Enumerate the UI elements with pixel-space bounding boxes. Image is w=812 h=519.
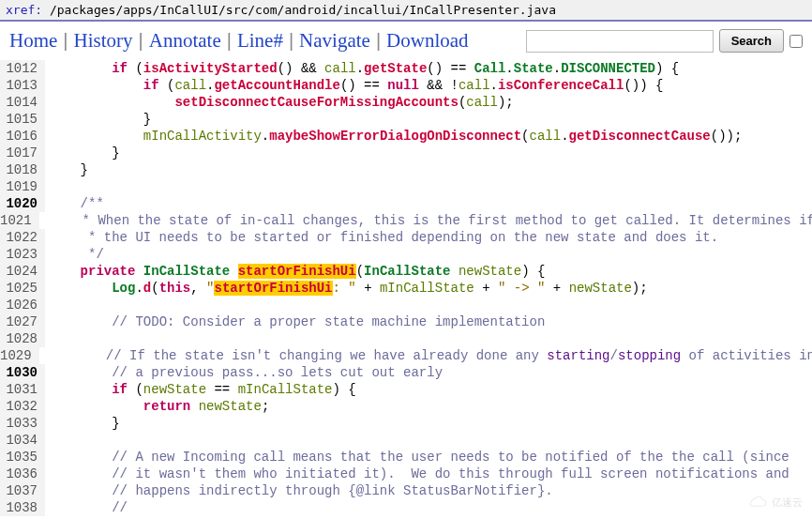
code-line: 1034 bbox=[0, 432, 812, 449]
line-number[interactable]: 1022 bbox=[0, 229, 45, 246]
line-number[interactable]: 1014 bbox=[0, 94, 45, 111]
code-line: 1023 */ bbox=[0, 246, 812, 263]
toolbar-nav: Home | History | Annotate | Line# | Navi… bbox=[9, 29, 469, 53]
code-content: mInCallActivity.maybeShowErrorDialogOnDi… bbox=[45, 128, 812, 145]
line-number[interactable]: 1032 bbox=[0, 398, 45, 415]
line-number[interactable]: 1017 bbox=[0, 145, 45, 161]
separator: | bbox=[227, 30, 232, 52]
code-line: 1028 bbox=[0, 330, 812, 347]
line-number[interactable]: 1036 bbox=[0, 466, 45, 482]
line-number[interactable]: 1020 bbox=[0, 195, 45, 212]
line-number[interactable]: 1012 bbox=[0, 60, 45, 77]
separator: | bbox=[139, 30, 143, 52]
code-line: 1026 bbox=[0, 297, 812, 313]
line-number[interactable]: 1019 bbox=[0, 178, 45, 195]
code-line: 1029 // If the state isn't changing we h… bbox=[0, 347, 812, 364]
annotate-link[interactable]: Annotate bbox=[149, 29, 221, 53]
code-content bbox=[45, 432, 812, 449]
code-content: // happens indirectly through {@link Sta… bbox=[45, 482, 812, 499]
file-path-header: xref: /packages/apps/InCallUI/src/com/an… bbox=[0, 0, 812, 22]
line-number[interactable]: 1015 bbox=[0, 111, 45, 128]
code-line: 1027 // TODO: Consider a proper state ma… bbox=[0, 313, 812, 330]
code-content: // TODO: Consider a proper state machine… bbox=[45, 313, 812, 330]
code-line: 1032 return newState; bbox=[0, 398, 812, 415]
code-line: 1025 Log.d(this, "startOrFinishUi: " + m… bbox=[0, 280, 812, 297]
line-number[interactable]: 1025 bbox=[0, 280, 45, 297]
code-content: return newState; bbox=[45, 398, 812, 415]
line-number[interactable]: 1021 bbox=[0, 212, 39, 229]
code-content: if (call.getAccountHandle() == null && !… bbox=[45, 77, 812, 94]
line-number[interactable]: 1024 bbox=[0, 263, 45, 280]
navigate-link[interactable]: Navigate bbox=[299, 29, 370, 53]
code-line: 1020 /** bbox=[0, 195, 812, 212]
code-content: // If the state isn't changing we have a… bbox=[39, 347, 812, 364]
search-input[interactable] bbox=[526, 30, 714, 53]
code-content: // a previous pass...so lets cut out ear… bbox=[45, 364, 812, 381]
code-line: 1035 // A new Incoming call means that t… bbox=[0, 449, 812, 466]
code-line: 1016 mInCallActivity.maybeShowErrorDialo… bbox=[0, 128, 812, 145]
line-number[interactable]: 1038 bbox=[0, 499, 45, 516]
separator: | bbox=[63, 30, 68, 52]
code-line: 1012 if (isActivityStarted() && call.get… bbox=[0, 60, 812, 77]
line-number[interactable]: 1028 bbox=[0, 330, 45, 347]
line-number[interactable]: 1016 bbox=[0, 128, 45, 145]
code-content bbox=[45, 297, 812, 313]
search-button[interactable]: Search bbox=[719, 29, 784, 53]
code-content: /** bbox=[45, 195, 812, 212]
code-content: // A new Incoming call means that the us… bbox=[45, 449, 812, 466]
code-content bbox=[45, 330, 812, 347]
code-line: 1031 if (newState == mInCallState) { bbox=[0, 381, 812, 398]
code-line: 1015 } bbox=[0, 111, 812, 128]
xref-label: xref: bbox=[6, 3, 42, 17]
home-link[interactable]: Home bbox=[9, 29, 57, 53]
code-content: * When the state of in-call changes, thi… bbox=[39, 212, 812, 229]
line-number[interactable]: 1035 bbox=[0, 449, 45, 466]
history-link[interactable]: History bbox=[74, 29, 133, 53]
code-line: 1036 // it wasn't them who initiated it)… bbox=[0, 466, 812, 482]
watermark: 亿速云 bbox=[747, 496, 803, 510]
code-line: 1013 if (call.getAccountHandle() == null… bbox=[0, 77, 812, 94]
code-line: 1033 } bbox=[0, 415, 812, 432]
line-number[interactable]: 1030 bbox=[0, 364, 45, 381]
line-number[interactable]: 1023 bbox=[0, 246, 45, 263]
line-number[interactable]: 1013 bbox=[0, 77, 45, 94]
line-number[interactable]: 1027 bbox=[0, 313, 45, 330]
code-content: setDisconnectCauseForMissingAccounts(cal… bbox=[45, 94, 812, 111]
line-link[interactable]: Line# bbox=[237, 29, 283, 53]
download-link[interactable]: Download bbox=[386, 29, 469, 53]
file-path[interactable]: /packages/apps/InCallUI/src/com/android/… bbox=[42, 3, 556, 17]
toolbar-search: Search bbox=[526, 29, 803, 53]
code-line: 1024 private InCallState startOrFinishUi… bbox=[0, 263, 812, 280]
code-viewer: 1012 if (isActivityStarted() && call.get… bbox=[0, 60, 812, 516]
line-number[interactable]: 1026 bbox=[0, 297, 45, 313]
line-number[interactable]: 1018 bbox=[0, 161, 45, 178]
code-content: // it wasn't them who initiated it). We … bbox=[45, 466, 812, 482]
code-content: } bbox=[45, 415, 812, 432]
cloud-icon bbox=[747, 496, 768, 510]
code-content: } bbox=[45, 111, 812, 128]
code-content: } bbox=[45, 161, 812, 178]
code-content: } bbox=[45, 145, 812, 161]
code-content: if (isActivityStarted() && call.getState… bbox=[45, 60, 812, 77]
code-line: 1018 } bbox=[0, 161, 812, 178]
separator: | bbox=[289, 30, 293, 52]
line-number[interactable]: 1029 bbox=[0, 347, 39, 364]
code-line: 1038 // bbox=[0, 499, 812, 516]
line-number[interactable]: 1034 bbox=[0, 432, 45, 449]
code-line: 1017 } bbox=[0, 145, 812, 161]
code-line: 1021 * When the state of in-call changes… bbox=[0, 212, 812, 229]
line-number[interactable]: 1037 bbox=[0, 482, 45, 499]
code-content: if (newState == mInCallState) { bbox=[45, 381, 812, 398]
code-line: 1014 setDisconnectCauseForMissingAccount… bbox=[0, 94, 812, 111]
full-search-checkbox[interactable] bbox=[789, 35, 803, 48]
code-line: 1022 * the UI needs to be started or fin… bbox=[0, 229, 812, 246]
code-content: */ bbox=[45, 246, 812, 263]
code-content bbox=[45, 178, 812, 195]
line-number[interactable]: 1031 bbox=[0, 381, 45, 398]
separator: | bbox=[376, 30, 381, 52]
line-number[interactable]: 1033 bbox=[0, 415, 45, 432]
code-line: 1030 // a previous pass...so lets cut ou… bbox=[0, 364, 812, 381]
code-line: 1019 bbox=[0, 178, 812, 195]
code-content: private InCallState startOrFinishUi(InCa… bbox=[45, 263, 812, 280]
code-content: Log.d(this, "startOrFinishUi: " + mInCal… bbox=[45, 280, 812, 297]
